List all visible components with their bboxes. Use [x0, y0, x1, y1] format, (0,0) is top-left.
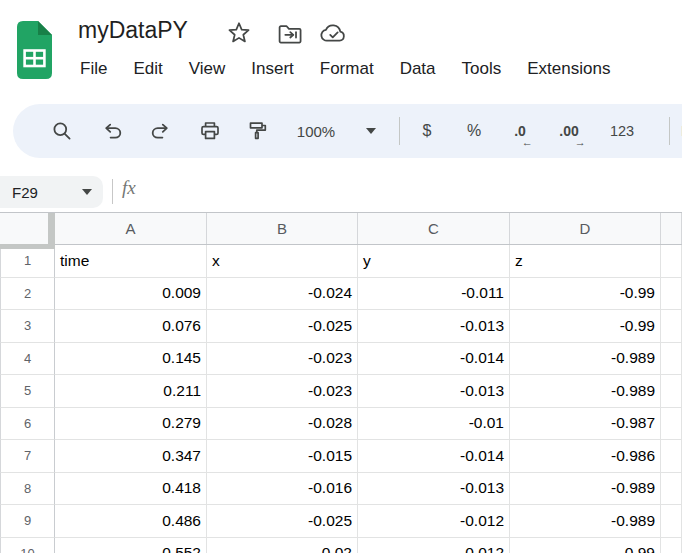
active-cell-reference: F29	[12, 184, 82, 201]
select-all-corner[interactable]	[0, 213, 55, 244]
google-sheets-logo-icon[interactable]	[17, 21, 52, 79]
document-title[interactable]: myDataPY	[78, 17, 188, 44]
row-header[interactable]: 6	[0, 408, 55, 441]
cell[interactable]	[661, 440, 682, 473]
cell[interactable]: -0.025	[207, 310, 358, 343]
print-icon[interactable]	[199, 104, 221, 158]
cell[interactable]: -0.01	[358, 408, 510, 441]
cell[interactable]: 0.279	[55, 408, 207, 441]
row-header[interactable]: 10	[0, 538, 55, 553]
menu-tools[interactable]: Tools	[462, 59, 502, 79]
menu-file[interactable]: File	[80, 59, 107, 79]
cell[interactable]: 0.486	[55, 505, 207, 538]
cell[interactable]: -0.989	[510, 343, 661, 376]
menu-extensions[interactable]: Extensions	[527, 59, 610, 79]
row-header[interactable]: 8	[0, 473, 55, 506]
cell[interactable]: -0.012	[358, 505, 510, 538]
move-folder-icon[interactable]	[277, 23, 304, 45]
cell[interactable]: -0.016	[207, 473, 358, 506]
column-header-a[interactable]: A	[55, 213, 207, 244]
right-arrow-icon: →	[575, 136, 586, 148]
row-header[interactable]: 2	[0, 278, 55, 311]
cloud-saved-icon[interactable]	[319, 23, 349, 45]
column-header-e-sliver[interactable]	[661, 213, 682, 244]
menu-view[interactable]: View	[189, 59, 226, 79]
cell[interactable]: -0.028	[207, 408, 358, 441]
cell[interactable]	[661, 343, 682, 376]
sheet-body: 1timexyz20.009-0.024-0.011-0.9930.076-0.…	[0, 245, 682, 553]
cell[interactable]: -0.99	[510, 310, 661, 343]
cell[interactable]	[661, 375, 682, 408]
undo-icon[interactable]	[102, 104, 124, 158]
cell[interactable]	[661, 278, 682, 311]
row-header[interactable]: 1	[0, 245, 55, 278]
spreadsheet-grid: A B C D 1timexyz20.009-0.024-0.011-0.993…	[0, 212, 682, 553]
cell[interactable]: 0.418	[55, 473, 207, 506]
cell[interactable]: -0.014	[358, 440, 510, 473]
cell[interactable]: z	[510, 245, 661, 278]
cell[interactable]: -0.024	[207, 278, 358, 311]
name-box[interactable]: F29	[0, 176, 103, 208]
menu-data[interactable]: Data	[400, 59, 436, 79]
cell[interactable]: 0.009	[55, 278, 207, 311]
cell[interactable]: -0.012	[358, 538, 510, 553]
cell[interactable]: -0.99	[510, 278, 661, 311]
cell[interactable]	[661, 245, 682, 278]
format-currency-button[interactable]: $	[423, 104, 432, 158]
cell[interactable]: -0.015	[207, 440, 358, 473]
cell[interactable]: -0.023	[207, 375, 358, 408]
menu-format[interactable]: Format	[320, 59, 374, 79]
column-header-d[interactable]: D	[510, 213, 661, 244]
format-percent-button[interactable]: %	[467, 104, 481, 158]
row-header[interactable]: 7	[0, 440, 55, 473]
row-header[interactable]: 4	[0, 343, 55, 376]
cell[interactable]	[661, 310, 682, 343]
cell[interactable]	[661, 505, 682, 538]
row-header[interactable]: 9	[0, 505, 55, 538]
menu-insert[interactable]: Insert	[251, 59, 294, 79]
cell[interactable]: -0.989	[510, 505, 661, 538]
name-box-caret-icon[interactable]	[82, 189, 92, 195]
cell[interactable]: -0.013	[358, 473, 510, 506]
row-header[interactable]: 3	[0, 310, 55, 343]
cell[interactable]: -0.014	[358, 343, 510, 376]
cell[interactable]: -0.013	[358, 310, 510, 343]
cell[interactable]: 0.076	[55, 310, 207, 343]
column-header-c[interactable]: C	[358, 213, 510, 244]
cell[interactable]: -0.99	[510, 538, 661, 553]
zoom-level[interactable]: 100%	[297, 104, 335, 158]
cell[interactable]: -0.986	[510, 440, 661, 473]
menu-edit[interactable]: Edit	[133, 59, 162, 79]
row-header[interactable]: 5	[0, 375, 55, 408]
more-formats-button[interactable]: 123	[610, 104, 634, 158]
cell[interactable]: -0.989	[510, 375, 661, 408]
cell[interactable]: -0.987	[510, 408, 661, 441]
cell[interactable]: -0.013	[358, 375, 510, 408]
redo-icon[interactable]	[149, 104, 171, 158]
cell[interactable]	[661, 408, 682, 441]
freeze-row-handle[interactable]	[0, 244, 55, 249]
cell[interactable]	[661, 538, 682, 553]
cell[interactable]: -0.025	[207, 505, 358, 538]
google-sheets-app: { "app": { "title": "myDataPY" }, "menu"…	[0, 0, 682, 553]
search-icon[interactable]	[51, 104, 73, 158]
increase-decimals-button[interactable]: .00→	[559, 104, 578, 158]
cell[interactable]: 0.211	[55, 375, 207, 408]
paint-format-icon[interactable]	[247, 104, 269, 158]
cell[interactable]: y	[358, 245, 510, 278]
cell[interactable]: -0.989	[510, 473, 661, 506]
zoom-dropdown-caret-icon[interactable]	[366, 104, 376, 158]
star-icon[interactable]	[226, 20, 252, 46]
decrease-decimals-button[interactable]: .0←	[514, 104, 526, 158]
freeze-column-handle[interactable]	[48, 213, 55, 245]
cell[interactable]	[661, 473, 682, 506]
cell[interactable]: 0.552	[55, 538, 207, 553]
cell[interactable]: x	[207, 245, 358, 278]
cell[interactable]: -0.011	[358, 278, 510, 311]
cell[interactable]: 0.145	[55, 343, 207, 376]
cell[interactable]: 0.347	[55, 440, 207, 473]
cell[interactable]: -0.023	[207, 343, 358, 376]
cell[interactable]: -0.02	[207, 538, 358, 553]
cell[interactable]: time	[55, 245, 207, 278]
column-header-b[interactable]: B	[207, 213, 358, 244]
